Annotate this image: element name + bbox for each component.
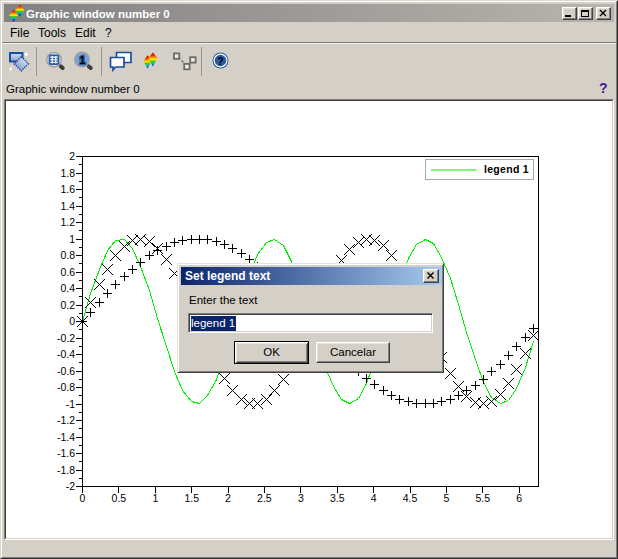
svg-text:4.5: 4.5 — [403, 492, 418, 504]
svg-text:5: 5 — [443, 492, 449, 504]
svg-text:1.8: 1.8 — [60, 167, 75, 179]
svg-text:-1.4: -1.4 — [57, 431, 75, 443]
svg-text:-2: -2 — [66, 480, 75, 492]
svg-text:1: 1 — [69, 233, 75, 245]
svg-text:-1: -1 — [66, 398, 75, 410]
svg-text:4: 4 — [371, 492, 377, 504]
svg-text:0: 0 — [69, 315, 75, 327]
svg-text:-1.2: -1.2 — [57, 414, 75, 426]
svg-text:0.2: 0.2 — [60, 299, 75, 311]
svg-text:5.5: 5.5 — [475, 492, 490, 504]
svg-text:0.6: 0.6 — [60, 266, 75, 278]
svg-text:1.6: 1.6 — [60, 183, 75, 195]
svg-text:1: 1 — [152, 492, 158, 504]
svg-text:-1.6: -1.6 — [57, 447, 75, 459]
svg-text:-0.8: -0.8 — [57, 381, 75, 393]
svg-text:2: 2 — [225, 492, 231, 504]
svg-text:-0.6: -0.6 — [57, 365, 75, 377]
svg-text:0.8: 0.8 — [60, 249, 75, 261]
svg-text:legend 1: legend 1 — [484, 163, 529, 175]
svg-text:0.5: 0.5 — [112, 492, 127, 504]
svg-text:1.4: 1.4 — [60, 200, 75, 212]
svg-text:6: 6 — [516, 492, 522, 504]
svg-text:1.5: 1.5 — [184, 492, 199, 504]
svg-text:3: 3 — [298, 492, 304, 504]
svg-text:0.4: 0.4 — [60, 282, 75, 294]
svg-text:2: 2 — [69, 150, 75, 162]
svg-text:2.5: 2.5 — [257, 492, 272, 504]
svg-text:-1.8: -1.8 — [57, 464, 75, 476]
svg-text:1.2: 1.2 — [60, 216, 75, 228]
svg-text:0: 0 — [80, 492, 86, 504]
svg-text:-0.2: -0.2 — [57, 332, 75, 344]
svg-text:3.5: 3.5 — [330, 492, 345, 504]
svg-text:-0.4: -0.4 — [57, 348, 75, 360]
